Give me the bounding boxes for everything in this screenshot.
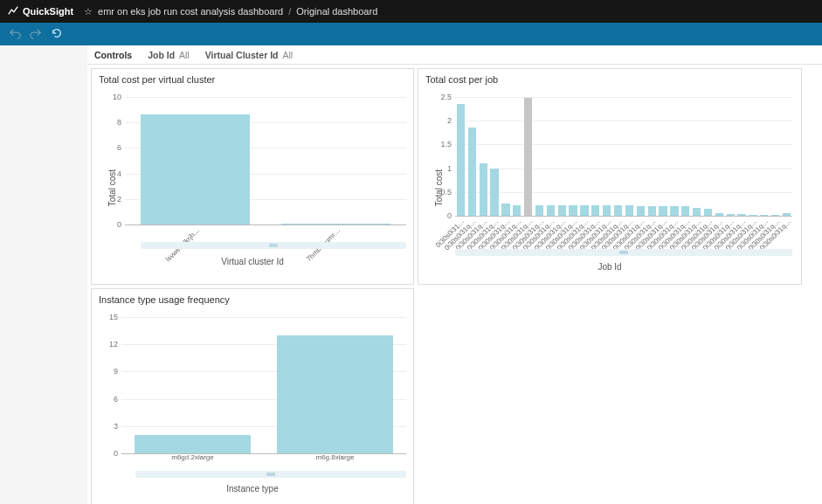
bar[interactable] [659,206,667,216]
gridline [455,169,792,169]
y-tick-label: 1.5 [440,140,455,148]
y-tick-label: 1 [447,164,455,173]
y-tick-label: 2 [447,116,455,125]
gridline [125,97,406,98]
y-tick-label: 6 [114,395,121,404]
bar[interactable] [614,205,622,216]
bar[interactable] [749,215,756,216]
breadcrumb: ☆ emr on eks job run cost analysis dashb… [84,6,377,17]
y-tick-label: 15 [109,313,121,321]
redo-icon[interactable] [30,27,42,42]
x-scrollbar[interactable] [135,471,406,478]
y-tick-label: 0.5 [440,188,455,197]
bar[interactable] [580,205,588,216]
gridline [125,224,406,225]
bar[interactable] [135,435,252,453]
bar[interactable] [637,206,645,216]
bar[interactable] [480,163,487,216]
y-tick-label: 4 [117,169,125,178]
chart-plot: 0246810lsvwenxlkrjh…7hmb9humr… [125,97,406,224]
bar[interactable] [693,208,701,216]
bar[interactable] [625,205,633,216]
chart-plot: 03691215m6gd.2xlargem6g.8xlarge [121,317,406,453]
gridline [455,97,792,98]
bar[interactable] [715,213,723,216]
app-name: QuickSight [23,6,73,17]
y-tick-label: 9 [114,367,121,376]
x-axis-label: Instance type [226,484,278,494]
bar[interactable] [727,214,735,216]
y-tick-label: 0 [117,220,125,229]
bar[interactable] [501,204,509,216]
x-scrollbar[interactable] [455,249,792,256]
x-tick-label: m6gd.2xlarge [121,453,264,461]
bar[interactable] [603,205,611,216]
x-axis-label: Job Id [598,262,621,272]
controls-label: Controls [94,50,132,60]
breadcrumb-separator: / [288,6,291,17]
x-axis-label: Virtual cluster Id [221,257,284,266]
tile-title: Total cost per job [418,69,801,90]
tile-total-cost-per-cluster[interactable]: Total cost per virtual cluster Total cos… [91,68,414,285]
action-bar [0,23,822,45]
bar[interactable] [760,215,768,216]
bar[interactable] [704,209,712,216]
bar[interactable] [277,335,394,453]
gridline [121,317,406,318]
bar[interactable] [558,205,566,216]
bar[interactable] [737,214,745,216]
bar[interactable] [648,206,656,216]
refresh-icon[interactable] [51,27,63,42]
chart-body: Total cost 0246810lsvwenxlkrjh…7hmb9humr… [92,92,413,284]
x-scrollbar[interactable] [141,242,406,249]
bar[interactable] [513,205,521,216]
controls-bar[interactable]: Controls Job Id All Virtual Cluster Id A… [87,45,822,65]
tile-total-cost-per-job[interactable]: Total cost per job Total cost 00.511.522… [418,68,802,285]
undo-icon[interactable] [9,27,21,42]
gridline [455,216,792,217]
bar[interactable] [141,114,251,224]
bar[interactable] [281,224,391,224]
bar[interactable] [535,205,543,216]
gridline [455,192,792,193]
y-tick-label: 2.5 [440,93,455,101]
y-axis-label: Total cost [107,169,117,206]
y-tick-label: 0 [447,211,455,220]
chart-body: Total cost 00.511.522.50i30s0i31…0i30s0i… [418,92,801,284]
bar[interactable] [783,213,791,216]
star-icon[interactable]: ☆ [84,6,93,17]
chart-body: 03691215m6gd.2xlargem6g.8xlarge Instance… [92,312,413,504]
quicksight-icon [7,4,19,18]
gridline [455,121,792,121]
bar[interactable] [547,205,555,216]
bar[interactable] [670,206,678,216]
filter-virtual-cluster-id[interactable]: Virtual Cluster Id All [205,50,293,60]
app-logo[interactable]: QuickSight [7,4,73,18]
view-label[interactable]: Original dashboard [296,6,377,17]
tile-title: Instance type usage frequency [92,289,413,310]
dashboard-canvas: Controls Job Id All Virtual Cluster Id A… [87,45,822,504]
gridline [455,144,792,145]
y-tick-label: 0 [114,449,121,458]
y-tick-label: 2 [117,195,125,204]
y-tick-label: 3 [114,422,121,431]
bar[interactable] [457,104,465,216]
bar[interactable] [490,169,498,216]
bar[interactable] [569,205,577,216]
y-tick-label: 6 [117,143,125,152]
tile-instance-type-frequency[interactable]: Instance type usage frequency 03691215m6… [91,288,414,504]
bar[interactable] [771,215,779,216]
y-tick-label: 10 [113,93,125,101]
tile-title: Total cost per virtual cluster [92,69,413,90]
bar[interactable] [524,98,532,216]
chart-plot: 00.511.522.50i30s0i31…0i30s0i31q…0i30s0i… [455,97,792,216]
bar[interactable] [591,205,599,216]
x-tick-label: m6g.8xlarge [264,453,406,461]
bar[interactable] [468,128,476,216]
filter-job-id[interactable]: Job Id All [148,50,190,60]
bar[interactable] [681,206,689,216]
app-header: QuickSight ☆ emr on eks job run cost ana… [0,0,822,23]
tiles-grid: Total cost per virtual cluster Total cos… [87,65,822,504]
y-tick-label: 12 [109,340,121,349]
dashboard-name[interactable]: emr on eks job run cost analysis dashboa… [98,6,283,17]
